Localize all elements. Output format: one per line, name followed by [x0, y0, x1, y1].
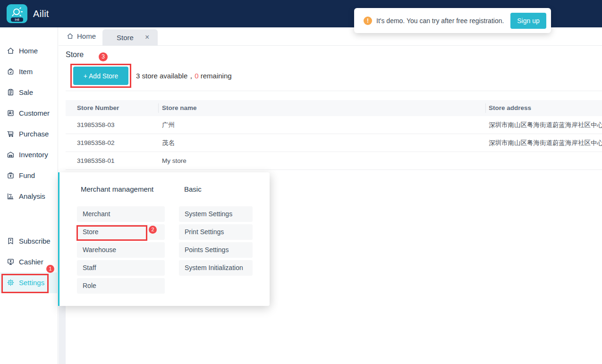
tab-label: Home: [77, 32, 96, 40]
home-icon: [7, 47, 15, 55]
sign-up-button[interactable]: Sign up: [510, 13, 546, 29]
sidebar-item-cashier[interactable]: Cashier: [7, 256, 43, 267]
sidebar-item-label: Purchase: [19, 130, 49, 138]
sidebar-item-inventory[interactable]: Inventory: [7, 149, 48, 160]
store-availability-text: 3 store available，0 remaining: [136, 69, 232, 83]
menu-item-system-initialization[interactable]: System Initialization: [179, 260, 253, 276]
warning-icon: !: [364, 17, 372, 25]
sidebar-item-item[interactable]: Item: [7, 66, 33, 77]
sidebar-item-settings[interactable]: Settings: [7, 277, 44, 288]
briefcase-yen-icon: [7, 171, 15, 179]
sidebar-item-label: Inventory: [19, 151, 48, 159]
tab-home[interactable]: Home: [66, 27, 102, 45]
menu-item-points-settings[interactable]: Points Settings: [179, 242, 253, 258]
cell-store-number: 31985358-01: [77, 152, 157, 170]
menu-item-warehouse[interactable]: Warehouse: [77, 242, 165, 258]
annotation-badge-3: 3: [99, 52, 108, 61]
tab-label: Store: [117, 34, 134, 42]
app-root: Intl Ailit ! It's demo. You can try afte…: [0, 0, 602, 364]
warehouse-icon: [7, 151, 15, 159]
sidebar-item-label: Customer: [19, 109, 50, 117]
settings-flyout-menu: Merchant management Basic Merchant Store…: [58, 172, 270, 306]
page-title-row: Store: [59, 46, 602, 64]
sidebar-item-label: Analysis: [19, 192, 45, 200]
sidebar-item-label: Fund: [19, 171, 35, 179]
brand-name: Ailit: [33, 0, 49, 27]
available-count-text: 3 store available，: [136, 72, 195, 80]
cell-store-name: 茂名: [162, 134, 483, 152]
monitor-yen-icon: [7, 258, 15, 266]
logo-sub-label: Intl: [11, 17, 23, 22]
menu-item-print-settings[interactable]: Print Settings: [179, 224, 253, 240]
clipboard-icon: [7, 88, 15, 96]
sidebar-item-label: Item: [19, 68, 33, 76]
toast-message: It's demo. You can try after free regist…: [376, 17, 510, 25]
bookmark-plus-icon: [7, 237, 15, 245]
cart-icon: [7, 130, 15, 138]
sidebar-item-customer[interactable]: Customer: [7, 107, 50, 119]
column-header-store-address: Store address: [489, 100, 602, 116]
flyout-section-title-basic: Basic: [184, 185, 202, 193]
cell-store-number: 31985358-02: [77, 134, 157, 152]
header-separator: [158, 103, 159, 113]
sidebar-item-purchase[interactable]: Purchase: [7, 128, 49, 139]
menu-item-system-settings[interactable]: System Settings: [179, 206, 253, 222]
cell-store-number: 31985358-03: [77, 116, 157, 134]
sidebar-item-label: Subscribe: [19, 237, 51, 245]
sidebar: Home Item Sale Customer Purchase Invento…: [0, 27, 58, 364]
close-icon[interactable]: ×: [145, 33, 149, 42]
chart-icon: [7, 192, 15, 200]
bag-icon: [7, 68, 15, 76]
column-header-store-number: Store Number: [77, 100, 157, 116]
app-logo[interactable]: Intl: [7, 4, 27, 23]
gear-icon: [7, 279, 15, 287]
sidebar-item-home[interactable]: Home: [7, 45, 38, 56]
table-row[interactable]: 31985358-01 My store: [66, 152, 602, 170]
remaining-count: 0: [195, 72, 198, 80]
table-row[interactable]: 31985358-02 茂名 深圳市南山区粤海街道蔚蓝海岸社区中心: [66, 134, 602, 152]
menu-item-role[interactable]: Role: [77, 278, 165, 294]
sidebar-item-label: Cashier: [19, 258, 43, 266]
sidebar-item-subscribe[interactable]: Subscribe: [7, 235, 51, 246]
menu-item-staff[interactable]: Staff: [77, 260, 165, 276]
sidebar-item-sale[interactable]: Sale: [7, 86, 33, 98]
tab-store[interactable]: Store ×: [102, 29, 158, 45]
remaining-suffix: remaining: [199, 72, 232, 80]
column-header-store-name: Store name: [162, 100, 483, 116]
id-card-icon: [7, 109, 15, 117]
add-store-button[interactable]: + Add Store: [73, 67, 128, 85]
content-gutter: [59, 306, 66, 364]
annotation-badge-2: 2: [149, 226, 157, 234]
sidebar-item-analysis[interactable]: Analysis: [7, 190, 45, 202]
demo-toast: ! It's demo. You can try after free regi…: [354, 8, 551, 33]
sidebar-item-label: Sale: [19, 88, 33, 96]
annotation-badge-1: 1: [46, 265, 54, 273]
lamp-icon: [10, 6, 24, 18]
store-table: Store Number Store name Store address 31…: [66, 100, 602, 170]
page-title: Store: [66, 46, 84, 64]
cell-store-address: 深圳市南山区粤海街道蔚蓝海岸社区中心: [489, 134, 602, 152]
menu-item-merchant[interactable]: Merchant: [77, 206, 165, 222]
divider: [66, 91, 602, 91]
table-row[interactable]: 31985358-03 广州 深圳市南山区粤海街道蔚蓝海岸社区中心: [66, 116, 602, 134]
home-icon: [67, 33, 74, 40]
sidebar-item-fund[interactable]: Fund: [7, 169, 35, 181]
table-header-row: Store Number Store name Store address: [66, 100, 602, 116]
sidebar-item-label: Home: [19, 47, 38, 55]
cell-store-name: My store: [162, 152, 483, 170]
cell-store-name: 广州: [162, 116, 483, 134]
flyout-section-title-merchant-management: Merchant management: [81, 185, 153, 193]
header-separator: [485, 103, 486, 113]
cell-store-address: 深圳市南山区粤海街道蔚蓝海岸社区中心: [489, 116, 602, 134]
sidebar-item-label: Settings: [19, 279, 44, 287]
